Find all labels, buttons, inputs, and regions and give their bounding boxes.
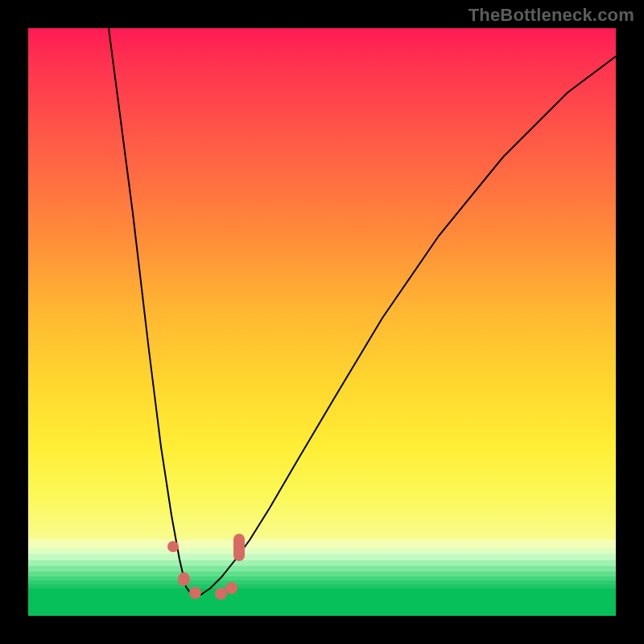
chart-frame: TheBottleneck.com xyxy=(0,0,644,644)
plot-area xyxy=(28,28,616,616)
curve-pill xyxy=(233,534,245,561)
curve-dot xyxy=(225,582,237,594)
watermark-text: TheBottleneck.com xyxy=(469,5,634,26)
curve-dot xyxy=(189,587,201,599)
bottleneck-curve xyxy=(28,28,616,616)
curve-dot xyxy=(167,541,179,552)
curve-dot xyxy=(178,572,190,586)
